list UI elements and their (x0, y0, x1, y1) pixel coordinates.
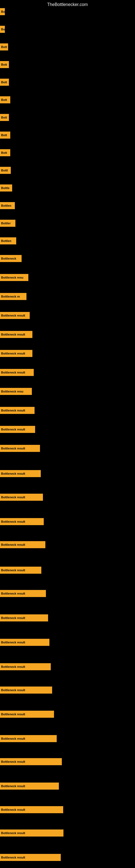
bar-label: Bott (0, 131, 10, 138)
bar-item: Bottleneck result (0, 854, 61, 861)
bar-label: Bottlen (0, 237, 16, 244)
bar-item: Bottler (0, 220, 15, 227)
bar-label: Bott (0, 149, 10, 156)
bar-label: Bottleneck result (0, 312, 30, 319)
bar-item: Bott (0, 114, 9, 121)
bar-label: Bott (0, 43, 8, 51)
bar-item: Bottlen (0, 202, 15, 209)
bar-item: Bottleneck result (0, 426, 35, 433)
bar-label: Bottleneck result (0, 782, 59, 789)
bar-item: Bottleneck (0, 255, 21, 262)
bar-label: Bottleneck result (0, 686, 52, 693)
bar-label: Bottleneck result (0, 614, 48, 621)
bar-label: Bottleneck result (0, 541, 45, 548)
bar-item: Bott (0, 96, 10, 103)
bar-item: Bottleneck result (0, 567, 41, 574)
bar-item: Bottleneck result (0, 735, 57, 742)
bar-item: Bottleneck resu (0, 388, 32, 395)
bar-item: Bottlen (0, 237, 16, 244)
bar-label: Bottleneck result (0, 590, 46, 597)
bar-item: Bottleneck result (0, 758, 62, 765)
bar-item: Bott (0, 43, 8, 51)
bar-label: Bott (0, 114, 9, 121)
bar-item: Bottleneck result (0, 806, 63, 813)
bar-label: Bottleneck result (0, 711, 54, 718)
bar-label: Bottleneck result (0, 567, 41, 574)
bar-item: Bottleneck result (0, 407, 35, 414)
bar-label: Bottleneck result (0, 735, 57, 742)
bar-item: Bottleneck result (0, 590, 46, 597)
bar-label: Bottleneck resu (0, 274, 28, 281)
bar-item: Bottleneck result (0, 445, 40, 452)
bar-item: Bott (0, 149, 10, 156)
bar-item: Bottleneck result (0, 494, 43, 501)
site-title: TheBottlenecker.com (0, 0, 135, 9)
bar-item: Bott (0, 61, 9, 68)
bar-label: Bottleneck result (0, 426, 35, 433)
bar-label: Bottle (0, 184, 12, 191)
bar-item: Bottleneck result (0, 470, 41, 477)
bar-label: Bottleneck (0, 255, 21, 262)
bar-label: Bottlen (0, 202, 15, 209)
bar-label: Bottleneck result (0, 518, 44, 525)
bar-item: Bottleneck result (0, 518, 44, 525)
bar-item: Bott (0, 79, 9, 86)
bar-label: Bottleneck resu (0, 388, 32, 395)
bar-item: Bottleneck result (0, 350, 32, 357)
bar-label: Bottleneck re (0, 293, 27, 300)
bar-item: Bottl (0, 167, 11, 174)
bar-label: Bottleneck result (0, 854, 61, 861)
bar-item: Bottleneck result (0, 830, 63, 837)
bar-label: Bottleneck result (0, 494, 43, 501)
bar-item: Bottleneck result (0, 711, 54, 718)
bar-label: Bottleneck result (0, 806, 63, 813)
bar-label: Bottleneck result (0, 369, 34, 376)
bar-item: Bo (0, 8, 5, 15)
bar-label: Bottleneck result (0, 350, 32, 357)
bar-label: Bott (0, 61, 9, 68)
bar-item: Bottleneck result (0, 686, 52, 693)
bar-item: Bottleneck resu (0, 274, 28, 281)
bar-item: Bottle (0, 184, 12, 191)
bar-label: Bottleneck result (0, 445, 40, 452)
bar-label: Bo (0, 8, 5, 15)
bar-label: Bottleneck result (0, 639, 49, 646)
bar-label: Bottler (0, 220, 15, 227)
bar-label: Bottleneck result (0, 663, 51, 670)
bar-item: Bott (0, 131, 10, 138)
bar-item: Bottleneck re (0, 293, 27, 300)
bar-label: Bo (0, 26, 5, 33)
bar-label: Bott (0, 96, 10, 103)
bar-label: Bottl (0, 167, 11, 174)
bar-label: Bottleneck result (0, 407, 35, 414)
bar-label: Bottleneck result (0, 758, 62, 765)
bar-item: Bottleneck result (0, 369, 34, 376)
bar-item: Bottleneck result (0, 782, 59, 789)
bar-item: Bottleneck result (0, 614, 48, 621)
bar-label: Bottleneck result (0, 830, 63, 837)
bar-item: Bottleneck result (0, 331, 32, 338)
bar-label: Bottleneck result (0, 331, 32, 338)
bar-item: Bottleneck result (0, 312, 30, 319)
bar-item: Bottleneck result (0, 663, 51, 670)
bar-item: Bottleneck result (0, 639, 49, 646)
bar-label: Bott (0, 79, 9, 86)
bar-item: Bo (0, 26, 5, 33)
bar-label: Bottleneck result (0, 470, 41, 477)
bar-item: Bottleneck result (0, 541, 45, 548)
